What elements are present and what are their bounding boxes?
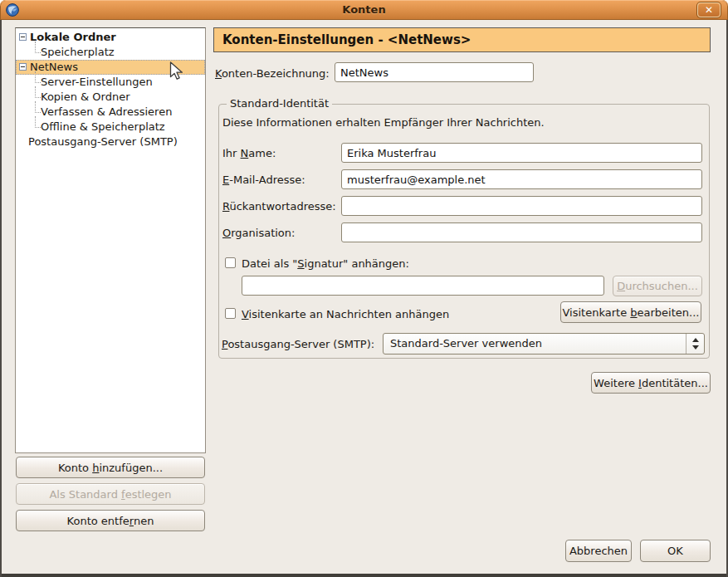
tree-item-label: Speicherplatz [41, 45, 115, 60]
tree-item-netnews[interactable]: NetNews [16, 60, 205, 75]
tree-item-offline-speicherplatz[interactable]: Offline & Speicherplatz [16, 120, 205, 134]
titlebar[interactable]: Konten ✕ [0, 0, 728, 20]
browse-button[interactable]: Durchsuchen... [613, 276, 702, 296]
tree-item-label: Postausgang-Server (SMTP) [28, 134, 178, 149]
collapse-expander-icon[interactable] [19, 33, 27, 41]
email-input[interactable] [341, 169, 702, 189]
attach-signature-checkbox[interactable] [225, 257, 236, 268]
account-name-label: Konten-Bezeichnung: [215, 67, 330, 80]
collapse-expander-icon[interactable] [19, 63, 27, 71]
tree-item-kopien-ordner[interactable]: Kopien & Ordner [16, 90, 205, 105]
organization-input[interactable] [341, 222, 702, 242]
close-button[interactable]: ✕ [697, 2, 721, 17]
remove-account-button[interactable]: Konto entfernen [16, 510, 205, 531]
tree-item-label: Offline & Speicherplatz [41, 120, 165, 134]
settings-header: Konten-Einstellungen - <NetNews> [213, 27, 711, 52]
smtp-server-selected-value: Standard-Server verwenden [390, 337, 542, 350]
reply-to-input[interactable] [341, 196, 702, 216]
tree-item-label: Verfassen & Adressieren [41, 105, 172, 120]
attach-signature-label: Datei als "Signatur" anhängen: [242, 257, 409, 270]
ok-button[interactable]: OK [640, 540, 711, 562]
more-identities-button[interactable]: Weitere Identitäten... [591, 372, 711, 394]
your-name-label: Ihr Name: [222, 147, 276, 159]
window-title: Konten [0, 3, 728, 16]
select-stepper-icon[interactable] [686, 334, 704, 354]
tree-item-verfassen-adressieren[interactable]: Verfassen & Adressieren [16, 105, 205, 120]
email-label: E-Mail-Adresse: [222, 174, 305, 186]
smtp-server-select[interactable]: Standard-Server verwenden [383, 333, 705, 355]
reply-to-label: Rückantwortadresse: [222, 200, 336, 213]
identity-description: Diese Informationen erhalten Empfänger I… [222, 116, 545, 129]
smtp-server-label: Postausgang-Server (SMTP): [222, 338, 374, 350]
add-account-button[interactable]: Konto hinzufügen... [16, 457, 205, 478]
attach-vcard-checkbox[interactable] [225, 308, 236, 319]
default-identity-legend: Standard-Identität [227, 97, 332, 110]
tree-item-lokale-ordner[interactable]: Lokale Ordner [16, 30, 205, 45]
tree-item-label: Server-Einstellungen [41, 75, 153, 90]
accounts-dialog: Konten ✕ Lokale Ordner Speicherplatz Net… [0, 0, 728, 577]
dialog-content: Lokale Ordner Speicherplatz NetNews Serv… [0, 20, 728, 577]
default-identity-group: Standard-Identität Diese Informationen e… [218, 104, 710, 359]
tree-item-server-einstellungen[interactable]: Server-Einstellungen [16, 75, 205, 90]
attach-vcard-label: Visitenkarte an Nachrichten anhängen [242, 308, 449, 320]
signature-file-input[interactable] [242, 276, 604, 296]
tree-item-speicherplatz[interactable]: Speicherplatz [16, 45, 205, 60]
tree-item-label: Lokale Ordner [30, 30, 116, 45]
organization-label: Organisation: [222, 227, 295, 239]
set-default-account-button[interactable]: Als Standard festlegen [16, 483, 205, 505]
tree-item-postausgang-smtp[interactable]: Postausgang-Server (SMTP) [16, 134, 205, 149]
account-name-input[interactable] [335, 62, 534, 82]
edit-vcard-button[interactable]: Visitenkarte bearbeiten... [560, 301, 701, 323]
account-tree[interactable]: Lokale Ordner Speicherplatz NetNews Serv… [15, 27, 206, 453]
tree-item-label: Kopien & Ordner [41, 90, 130, 105]
cancel-button[interactable]: Abbrechen [565, 540, 632, 562]
your-name-input[interactable] [341, 143, 702, 163]
